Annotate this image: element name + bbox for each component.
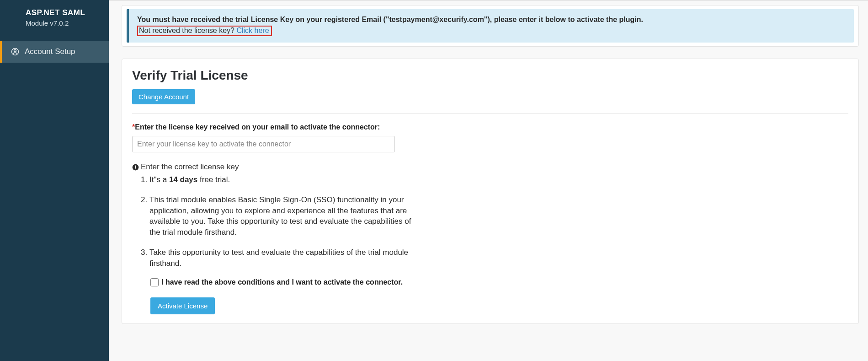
change-account-button[interactable]: Change Account — [132, 89, 195, 104]
brand-block: ASP.NET SAML Module v7.0.2 — [0, 0, 109, 32]
click-here-link[interactable]: Click here — [236, 27, 269, 34]
license-key-input[interactable] — [132, 136, 395, 152]
svg-point-4 — [135, 168, 136, 169]
consent-checkbox[interactable] — [150, 278, 159, 286]
main-content: You must have received the trial License… — [109, 0, 868, 361]
c1-prefix: It"s a — [149, 175, 169, 184]
user-circle-icon — [11, 48, 19, 56]
notice-card: You must have received the trial License… — [122, 5, 859, 47]
sidebar: ASP.NET SAML Module v7.0.2 Account Setup — [0, 0, 109, 361]
not-received-text: Not received the license key? — [139, 27, 236, 34]
sidebar-item-label: Account Setup — [25, 47, 75, 56]
condition-item-1: It"s a 14 days free trial. — [149, 174, 415, 185]
svg-point-1 — [14, 49, 16, 52]
license-field-label-text: Enter the license key received on your e… — [135, 123, 380, 131]
notice-banner: You must have received the trial License… — [127, 9, 854, 43]
condition-item-3: Take this opportunity to test and evalua… — [149, 247, 415, 269]
license-card: Verify Trial License Change Account *Ent… — [122, 59, 859, 324]
divider — [132, 113, 848, 114]
warn-text: Enter the correct license key — [141, 162, 239, 172]
warn-line: Enter the correct license key — [132, 162, 848, 172]
c1-suffix: free trial. — [197, 175, 230, 184]
brand-subtitle: Module v7.0.2 — [26, 19, 100, 27]
notice-line1: You must have received the trial License… — [137, 16, 846, 24]
consent-label: I have read the above conditions and I w… — [161, 278, 403, 286]
exclamation-circle-icon — [132, 164, 139, 171]
sidebar-item-account-setup[interactable]: Account Setup — [0, 41, 109, 63]
consent-row[interactable]: I have read the above conditions and I w… — [150, 278, 848, 286]
not-received-box: Not received the license key? Click here — [137, 26, 272, 36]
page-title: Verify Trial License — [132, 68, 848, 83]
conditions-list: It"s a 14 days free trial. This trial mo… — [149, 174, 415, 269]
brand-title: ASP.NET SAML — [26, 8, 100, 17]
license-field-label: *Enter the license key received on your … — [132, 123, 848, 131]
c1-bold: 14 days — [169, 175, 197, 184]
condition-item-2: This trial module enables Basic Single S… — [149, 194, 415, 238]
notice-line2: Not received the license key? Click here — [137, 26, 846, 36]
svg-rect-3 — [135, 165, 136, 168]
activate-license-button[interactable]: Activate License — [150, 297, 215, 314]
